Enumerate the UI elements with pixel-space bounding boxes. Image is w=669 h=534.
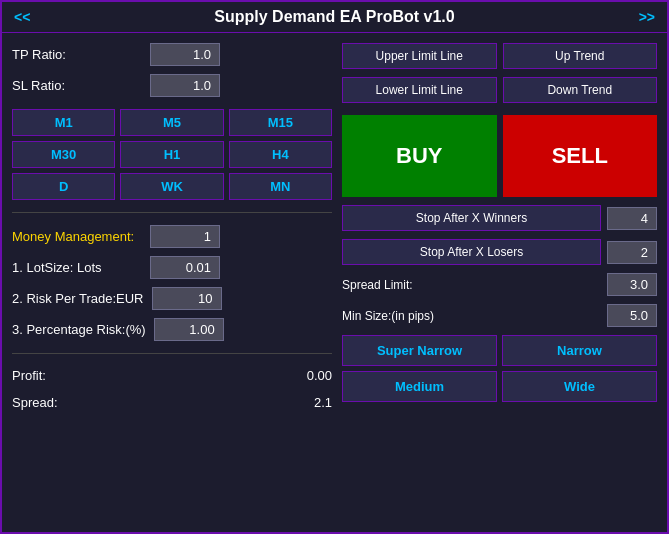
stop-losers-row: Stop After X Losers 2 bbox=[342, 239, 657, 265]
tf-m30[interactable]: M30 bbox=[12, 141, 115, 168]
money-management-value[interactable]: 1 bbox=[150, 225, 220, 248]
percentage-risk-value[interactable]: 1.00 bbox=[154, 318, 224, 341]
tf-m1[interactable]: M1 bbox=[12, 109, 115, 136]
wide-button[interactable]: Wide bbox=[502, 371, 657, 402]
risk-per-trade-label: 2. Risk Per Trade:EUR bbox=[12, 291, 144, 306]
narrow-grid: Super Narrow Narrow Medium Wide bbox=[342, 335, 657, 402]
spread-limit-label: Spread Limit: bbox=[342, 278, 601, 292]
tp-ratio-label: TP Ratio: bbox=[12, 47, 142, 62]
spread-value: 2.1 bbox=[272, 395, 332, 410]
tp-ratio-value[interactable]: 1.0 bbox=[150, 43, 220, 66]
tf-m5[interactable]: M5 bbox=[120, 109, 223, 136]
down-trend-button[interactable]: Down Trend bbox=[503, 77, 658, 103]
buy-sell-row: BUY SELL bbox=[342, 115, 657, 197]
lot-size-row: 1. LotSize: Lots 0.01 bbox=[12, 256, 332, 279]
percentage-risk-row: 3. Percentage Risk:(%) 1.00 bbox=[12, 318, 332, 341]
spread-limit-row: Spread Limit: 3.0 bbox=[342, 273, 657, 296]
sl-ratio-value[interactable]: 1.0 bbox=[150, 74, 220, 97]
stop-winners-value[interactable]: 4 bbox=[607, 207, 657, 230]
up-trend-button[interactable]: Up Trend bbox=[503, 43, 658, 69]
timeframe-grid: M1 M5 M15 M30 H1 H4 D WK MN bbox=[12, 109, 332, 200]
profit-label: Profit: bbox=[12, 368, 46, 383]
buy-button[interactable]: BUY bbox=[342, 115, 497, 197]
spread-label: Spread: bbox=[12, 395, 58, 410]
tf-wk[interactable]: WK bbox=[120, 173, 223, 200]
min-size-value[interactable]: 5.0 bbox=[607, 304, 657, 327]
lot-size-label: 1. LotSize: Lots bbox=[12, 260, 142, 275]
tf-mn[interactable]: MN bbox=[229, 173, 332, 200]
tf-m15[interactable]: M15 bbox=[229, 109, 332, 136]
prev-button[interactable]: << bbox=[14, 9, 30, 25]
super-narrow-button[interactable]: Super Narrow bbox=[342, 335, 497, 366]
lower-limit-row: Lower Limit Line Down Trend bbox=[342, 77, 657, 103]
tf-h1[interactable]: H1 bbox=[120, 141, 223, 168]
percentage-risk-label: 3. Percentage Risk:(%) bbox=[12, 322, 146, 337]
upper-limit-line-button[interactable]: Upper Limit Line bbox=[342, 43, 497, 69]
sl-ratio-label: SL Ratio: bbox=[12, 78, 142, 93]
lower-limit-line-button[interactable]: Lower Limit Line bbox=[342, 77, 497, 103]
tf-d[interactable]: D bbox=[12, 173, 115, 200]
stop-after-losers-button[interactable]: Stop After X Losers bbox=[342, 239, 601, 265]
profit-value: 0.00 bbox=[272, 368, 332, 383]
profit-row: Profit: 0.00 bbox=[12, 366, 332, 385]
app-title: Supply Demand EA ProBot v1.0 bbox=[30, 8, 638, 26]
title-bar: << Supply Demand EA ProBot v1.0 >> bbox=[2, 2, 667, 33]
money-management-label: Money Management: bbox=[12, 229, 142, 244]
sell-button[interactable]: SELL bbox=[503, 115, 658, 197]
money-management-row: Money Management: 1 bbox=[12, 225, 332, 248]
stop-winners-row: Stop After X Winners 4 bbox=[342, 205, 657, 231]
divider-2 bbox=[12, 353, 332, 354]
spread-row: Spread: 2.1 bbox=[12, 393, 332, 412]
risk-per-trade-value[interactable]: 10 bbox=[152, 287, 222, 310]
risk-per-trade-row: 2. Risk Per Trade:EUR 10 bbox=[12, 287, 332, 310]
narrow-button[interactable]: Narrow bbox=[502, 335, 657, 366]
spread-limit-value[interactable]: 3.0 bbox=[607, 273, 657, 296]
next-button[interactable]: >> bbox=[639, 9, 655, 25]
divider-1 bbox=[12, 212, 332, 213]
medium-button[interactable]: Medium bbox=[342, 371, 497, 402]
upper-limit-row: Upper Limit Line Up Trend bbox=[342, 43, 657, 69]
main-content: TP Ratio: 1.0 SL Ratio: 1.0 M1 M5 M15 M3… bbox=[2, 33, 667, 532]
lot-size-value[interactable]: 0.01 bbox=[150, 256, 220, 279]
left-panel: TP Ratio: 1.0 SL Ratio: 1.0 M1 M5 M15 M3… bbox=[12, 43, 332, 522]
sl-ratio-row: SL Ratio: 1.0 bbox=[12, 74, 332, 97]
min-size-row: Min Size:(in pips) 5.0 bbox=[342, 304, 657, 327]
min-size-label: Min Size:(in pips) bbox=[342, 309, 601, 323]
tf-h4[interactable]: H4 bbox=[229, 141, 332, 168]
tp-ratio-row: TP Ratio: 1.0 bbox=[12, 43, 332, 66]
app-window: << Supply Demand EA ProBot v1.0 >> TP Ra… bbox=[0, 0, 669, 534]
stop-after-winners-button[interactable]: Stop After X Winners bbox=[342, 205, 601, 231]
stop-losers-value[interactable]: 2 bbox=[607, 241, 657, 264]
right-panel: Upper Limit Line Up Trend Lower Limit Li… bbox=[342, 43, 657, 522]
